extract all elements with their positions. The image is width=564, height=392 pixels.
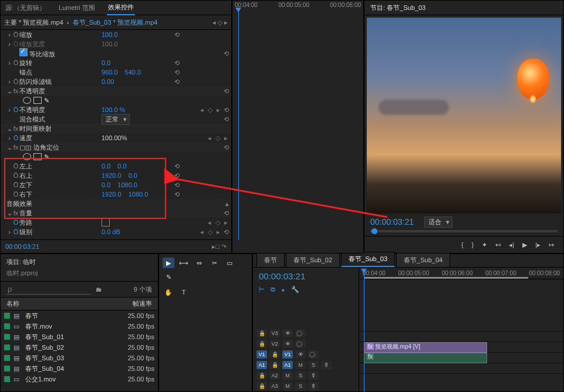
v1-toggle[interactable]: V1 bbox=[282, 350, 293, 359]
snap-icon[interactable]: ⊢ bbox=[259, 286, 265, 293]
rotate-value[interactable]: 0.0 bbox=[102, 59, 110, 66]
expand-icon[interactable]: › bbox=[6, 78, 12, 85]
sequence-tab[interactable]: 春节_Sub_04 bbox=[396, 253, 450, 267]
a1-src[interactable]: A1 bbox=[256, 361, 267, 369]
sequence-tab[interactable]: 春节 bbox=[256, 253, 285, 267]
sequence-timecode[interactable]: 00:00:03:21 bbox=[253, 268, 359, 285]
zoom-fit-select[interactable]: 适合 bbox=[424, 217, 452, 228]
rt-x[interactable]: 1920.0 bbox=[102, 172, 121, 179]
rect-mask-icon[interactable] bbox=[33, 97, 42, 104]
col-name[interactable]: 名称 bbox=[6, 299, 111, 308]
a1-lock[interactable]: 🔒 bbox=[269, 361, 280, 369]
a3-lock[interactable]: 🔒 bbox=[256, 382, 267, 390]
reset-icon[interactable]: ⟲ bbox=[174, 191, 180, 198]
expand-icon[interactable]: › bbox=[6, 228, 12, 235]
bin-view-icon[interactable]: 🖿 bbox=[96, 286, 102, 293]
sequence-tab[interactable]: 春节_Sub_02 bbox=[286, 253, 340, 267]
uniform-scale-checkbox[interactable] bbox=[19, 48, 28, 56]
a2-toggle[interactable]: A2 bbox=[269, 371, 280, 380]
crumb-clip[interactable]: 春节_Sub_03 * 预览视频.mp4 bbox=[73, 18, 158, 27]
lb-x[interactable]: 0.0 bbox=[102, 181, 110, 188]
lt-x[interactable]: 0.0 bbox=[102, 163, 110, 170]
expand-icon[interactable]: › bbox=[6, 134, 12, 141]
reset-icon[interactable]: ⟲ bbox=[224, 106, 229, 114]
reset-icon[interactable]: ⟲ bbox=[174, 31, 180, 39]
a3-toggle[interactable]: A3 bbox=[269, 382, 280, 390]
pen-mask-icon[interactable]: ✎ bbox=[44, 97, 49, 104]
reset-icon[interactable]: ⟲ bbox=[224, 144, 229, 151]
record-icon[interactable]: 🎙 bbox=[308, 371, 319, 380]
reset-icon[interactable]: ⟲ bbox=[224, 50, 229, 58]
anchor-y[interactable]: 540.0 bbox=[125, 69, 141, 76]
tab-effect-controls[interactable]: 效果控件 bbox=[107, 1, 135, 15]
project-item[interactable]: ▭春节.mov25.00 fps bbox=[1, 321, 158, 332]
reset-icon[interactable]: ⟲ bbox=[224, 87, 229, 95]
settings-icon[interactable]: 🔧 bbox=[291, 286, 299, 293]
level-value[interactable]: 0.0 dB bbox=[102, 228, 120, 235]
mute-button[interactable]: M bbox=[282, 382, 293, 390]
reset-icon[interactable]: ⟲ bbox=[174, 69, 180, 76]
mark-out-button[interactable]: } bbox=[472, 241, 474, 248]
ellipse-mask-icon[interactable] bbox=[23, 97, 31, 104]
a1-toggle[interactable]: A1 bbox=[282, 361, 293, 369]
project-item[interactable]: ▤春节_Sub_0325.00 fps bbox=[1, 353, 158, 363]
track-sync-icon[interactable]: ⃝ bbox=[295, 340, 306, 348]
v1-src[interactable]: V1 bbox=[256, 350, 267, 359]
solo-button[interactable]: S bbox=[308, 361, 319, 369]
tab-lumetri[interactable]: Lumetri 范围 bbox=[58, 1, 96, 15]
section-toggle-icon[interactable]: ▴ bbox=[225, 200, 229, 208]
panel-options-icon[interactable]: ▸□ ↷ bbox=[212, 243, 227, 251]
rb-y[interactable]: 1080.0 bbox=[129, 191, 148, 198]
step-fwd-button[interactable]: |▸ bbox=[535, 241, 541, 249]
track-select-tool[interactable]: ⟷ bbox=[178, 258, 190, 268]
mute-button[interactable]: M bbox=[295, 361, 306, 369]
stopwatch-icon[interactable]: Ö bbox=[12, 181, 19, 188]
project-item-list[interactable]: ▤春节25.00 fps▭春节.mov25.00 fps▤春节_Sub_0125… bbox=[1, 310, 158, 384]
col-framerate[interactable]: 帧速率 bbox=[111, 299, 152, 308]
program-timecode[interactable]: 00:00:03:21 bbox=[370, 217, 414, 227]
speed-value[interactable]: 100.00% bbox=[102, 134, 127, 141]
add-marker-icon[interactable]: ⬥ bbox=[281, 286, 285, 293]
play-button[interactable]: ▶ bbox=[522, 241, 527, 249]
collapse-icon[interactable]: ⌄ bbox=[6, 209, 12, 217]
keyframe-nav[interactable]: ◂ ◇ ▸ bbox=[200, 106, 221, 114]
stopwatch-icon[interactable]: Ö bbox=[12, 191, 19, 198]
effect-timecode[interactable]: 00:00:03:21 bbox=[5, 243, 39, 250]
effect-timeline[interactable]: 00:04:00 00:00:05:00 00:00:06:00 bbox=[232, 0, 364, 254]
stopwatch-icon[interactable]: Ö bbox=[12, 59, 19, 66]
razor-tool[interactable]: ✂ bbox=[208, 258, 220, 268]
reset-icon[interactable]: ⟲ bbox=[224, 228, 229, 236]
work-area-bar[interactable] bbox=[364, 277, 528, 279]
goto-in-button[interactable]: ↤ bbox=[495, 241, 501, 249]
scale-value[interactable]: 100.0 bbox=[102, 31, 118, 38]
v1-lock[interactable]: 🔒 bbox=[269, 350, 280, 359]
v2-toggle[interactable]: V2 bbox=[269, 340, 280, 348]
stopwatch-on-icon[interactable]: Ö bbox=[12, 134, 19, 141]
reset-icon[interactable]: ⟲ bbox=[174, 181, 180, 189]
stopwatch-on-icon[interactable]: Ö bbox=[12, 106, 19, 113]
crumb-master[interactable]: 主要 * 预览视频.mp4 bbox=[4, 18, 63, 27]
keyframe-nav[interactable]: ◂ ◇ ▸ bbox=[200, 228, 221, 236]
rb-x[interactable]: 1920.0 bbox=[102, 191, 121, 198]
tab-source[interactable]: 源:（无剪辑） bbox=[4, 1, 47, 15]
sequence-tab[interactable]: 春节_Sub_03 bbox=[341, 252, 395, 267]
solo-button[interactable]: S bbox=[295, 371, 306, 380]
stopwatch-on-icon[interactable]: Ö bbox=[12, 228, 19, 235]
reset-icon[interactable]: ⟲ bbox=[174, 59, 180, 67]
goto-out-button[interactable]: ↦ bbox=[549, 241, 554, 249]
collapse-icon[interactable]: ⌄ bbox=[6, 87, 12, 95]
opacity-value[interactable]: 100.0 % bbox=[102, 106, 125, 113]
linked-selection-icon[interactable]: ⧉ bbox=[271, 286, 275, 293]
ellipse-mask-icon[interactable] bbox=[23, 153, 31, 160]
expand-icon[interactable]: › bbox=[6, 31, 12, 38]
blend-mode-select[interactable]: 正常 bbox=[102, 114, 130, 125]
reset-icon[interactable]: ⟲ bbox=[224, 209, 229, 217]
pen-mask-icon[interactable]: ✎ bbox=[44, 153, 49, 161]
sequence-timeline[interactable]: 00:04:0000:00:05:0000:00:06:0000:00:07:0… bbox=[359, 268, 563, 391]
video-clip[interactable]: fx预览视频.mp4 [V] bbox=[364, 342, 487, 353]
bypass-checkbox[interactable] bbox=[102, 218, 110, 227]
fx-icon[interactable]: fx bbox=[12, 144, 19, 151]
a2-lock[interactable]: 🔒 bbox=[256, 371, 267, 380]
stopwatch-icon[interactable]: Ö bbox=[12, 163, 19, 170]
project-search-input[interactable] bbox=[6, 284, 91, 295]
